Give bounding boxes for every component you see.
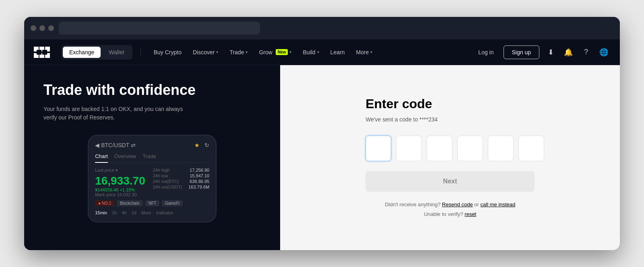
navbar: Exchange Wallet Buy Crypto Discover ▾ Tr… [24, 39, 620, 65]
address-bar[interactable] [59, 22, 260, 35]
tag-blockchain: Blockchain [117, 200, 142, 206]
swap-icon: ⇄ [131, 142, 136, 148]
build-chevron: ▾ [317, 50, 319, 54]
time-4h[interactable]: 4h [122, 210, 126, 215]
code-input-2[interactable] [396, 136, 422, 161]
time-tabs: 15min 1h 4h 1d More Indicator [95, 210, 209, 215]
main-content: Exchange Wallet Buy Crypto Discover ▾ Tr… [24, 39, 620, 250]
code-input-4[interactable] [457, 136, 483, 161]
nav-trade[interactable]: Trade ▾ [225, 46, 252, 59]
login-button[interactable]: Log in [473, 46, 498, 59]
help-icon[interactable]: ? [580, 46, 592, 59]
time-1d[interactable]: 1d [132, 210, 136, 215]
phone-tabs: Chart Overview Trade [95, 153, 209, 163]
reset-link[interactable]: reset [464, 211, 476, 217]
trading-pair: BTC/USDT [101, 142, 129, 148]
code-inputs [365, 136, 535, 161]
tab-chart[interactable]: Chart [95, 153, 108, 163]
time-1h[interactable]: 1h [112, 210, 117, 215]
dot-green [48, 25, 54, 31]
stat-low: 24h low 15,947.10 [153, 173, 209, 178]
code-input-3[interactable] [427, 136, 452, 161]
nav-links: Buy Crypto Discover ▾ Trade ▾ Grow New ▾… [149, 46, 466, 59]
time-more[interactable]: More [141, 210, 151, 215]
resend-link[interactable]: Resend code [442, 201, 473, 207]
form-container: Enter code We've sent a code to ****234 … [365, 97, 535, 219]
code-input-1[interactable] [365, 136, 391, 161]
tab-trade[interactable]: Trade [142, 153, 156, 159]
svg-rect-6 [37, 50, 41, 55]
form-subtitle: We've sent a code to ****234 [365, 116, 535, 123]
stat-vol-usdt: 24h vol(USDT) 163.79.6M [153, 185, 209, 189]
nav-tabs: Exchange Wallet [61, 45, 132, 60]
dot-yellow [39, 25, 45, 31]
tab-wallet[interactable]: Wallet [102, 47, 130, 58]
browser-chrome [24, 17, 620, 39]
tag-nft: NFT [145, 200, 159, 206]
stat-high: 24h high 17,256.90 [153, 168, 209, 173]
dot-red [31, 25, 36, 31]
hero-title: Trade with confidence [43, 81, 261, 99]
nav-learn[interactable]: Learn [326, 46, 350, 59]
trade-chevron: ▾ [246, 50, 248, 54]
resend-row: Didn't receive anything? Resend code or … [365, 200, 535, 209]
phone-icons: ★ ↻ [194, 142, 209, 148]
more-chevron: ▾ [370, 50, 372, 54]
refresh-icon: ↻ [204, 142, 209, 148]
left-panel: Trade with confidence Your funds are bac… [24, 65, 280, 250]
download-icon[interactable]: ⬇ [544, 46, 557, 59]
price-section: Last price ▾ 16,933.70 ¥144556.46 +1.19%… [95, 168, 209, 197]
right-panel: Enter code We've sent a code to ****234 … [280, 65, 620, 250]
code-input-5[interactable] [488, 136, 514, 161]
code-input-6[interactable] [518, 136, 544, 161]
price-mark: Mark price 16,032.30 [95, 192, 145, 197]
okx-logo-icon [34, 47, 50, 58]
price-arrow: ▾ [116, 168, 118, 173]
nav-grow[interactable]: Grow New ▾ [254, 46, 296, 59]
phone-back: ◀ BTC/USDT ⇄ [95, 142, 136, 148]
price-info: Last price ▾ 16,933.70 ¥144556.46 +1.19%… [95, 168, 145, 197]
tab-exchange[interactable]: Exchange [63, 47, 101, 58]
nav-actions: Log in Sign up ⬇ 🔔 ? 🌐 [473, 45, 610, 59]
browser-dots [31, 25, 54, 31]
grow-chevron: ▾ [289, 50, 291, 54]
nav-buy-crypto[interactable]: Buy Crypto [149, 46, 186, 59]
globe-icon[interactable]: 🌐 [597, 46, 610, 59]
notification-icon[interactable]: 🔔 [562, 46, 575, 59]
next-button[interactable]: Next [365, 171, 535, 192]
browser-window: Exchange Wallet Buy Crypto Discover ▾ Tr… [24, 17, 620, 250]
tag-no2: ● NO.2 [95, 200, 114, 206]
svg-rect-7 [42, 50, 47, 55]
tab-overview[interactable]: Overview [114, 153, 136, 159]
discover-chevron: ▾ [216, 50, 218, 54]
price-label: Last price ▾ [95, 168, 145, 173]
star-icon: ★ [194, 142, 200, 148]
tags-row: ● NO.2 Blockchain NFT GameFi [95, 200, 209, 206]
stat-vol-btc: 24h vol(BTC) 636.86.95 [153, 179, 209, 184]
phone-mockup: ◀ BTC/USDT ⇄ ★ ↻ Chart Overview Trade [88, 135, 217, 222]
time-indicator[interactable]: Indicator [156, 210, 173, 215]
price-stats: 24h high 17,256.90 24h low 15,947.10 24h… [153, 168, 209, 190]
nav-more[interactable]: More ▾ [351, 46, 377, 59]
signup-button[interactable]: Sign up [504, 45, 539, 59]
time-15min[interactable]: 15min [95, 210, 107, 215]
nav-build[interactable]: Build ▾ [298, 46, 324, 59]
back-arrow-icon: ◀ [95, 142, 99, 148]
form-title: Enter code [365, 97, 535, 111]
phone-header: ◀ BTC/USDT ⇄ ★ ↻ [95, 142, 209, 148]
content-area: Trade with confidence Your funds are bac… [24, 65, 620, 250]
grow-badge: New [276, 49, 288, 55]
tag-gamefi: GameFi [162, 200, 183, 206]
call-link[interactable]: call me instead [481, 201, 516, 207]
nav-divider [140, 47, 141, 57]
form-footer: Didn't receive anything? Resend code or … [365, 200, 535, 219]
logo[interactable] [34, 47, 50, 58]
price-change: ¥144556.46 +1.19% [95, 187, 145, 192]
reset-row: Unable to verify? reset [365, 209, 535, 219]
nav-discover[interactable]: Discover ▾ [188, 46, 223, 59]
price-main: 16,933.70 [95, 175, 145, 187]
hero-subtitle: Your funds are backed 1:1 on OKX, and yo… [43, 105, 196, 122]
